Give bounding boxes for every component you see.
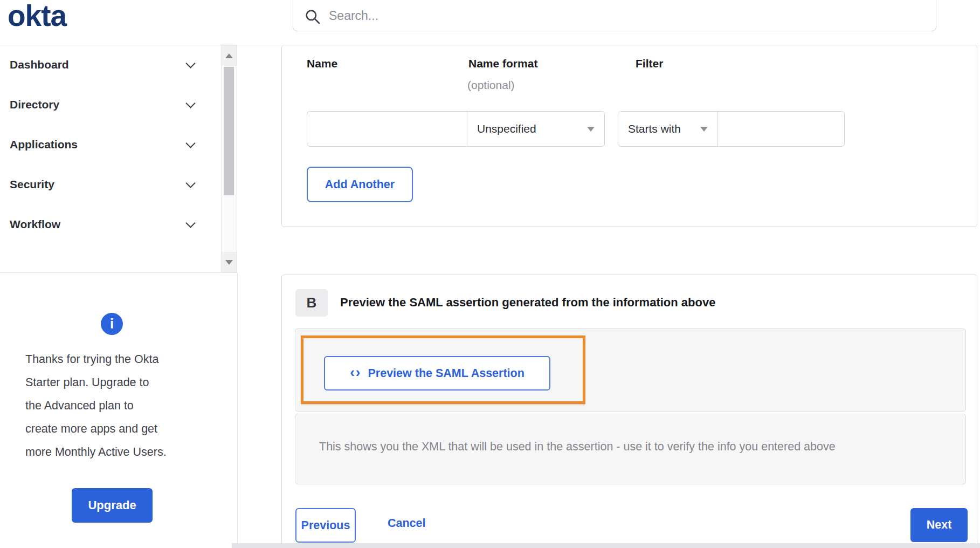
preview-area: ‹› Preview the SAML Assertion [295,328,966,412]
section-b-heading: Preview the SAML assertion generated fro… [340,296,715,310]
sidebar-scrollbar[interactable] [221,45,237,272]
preview-saml-label: Preview the SAML Assertion [368,367,524,380]
dropdown-caret-icon [587,127,595,132]
scrollbar-thumb[interactable] [224,67,234,195]
footer-strip [232,543,980,548]
global-search[interactable] [293,0,936,31]
sidebar-item-applications[interactable]: Applications [0,129,220,160]
search-input[interactable] [329,6,936,25]
attribute-form-panel: Name Name format (optional) Filter Unspe… [281,45,977,227]
scroll-up-icon [225,53,233,58]
okta-admin-window: okta Dashboard Directory Applications Se… [0,0,980,548]
sidebar: Dashboard Directory Applications Securit… [0,45,237,273]
section-b-panel: B Preview the SAML assertion generated f… [281,275,977,548]
name-format-select[interactable]: Unspecified [467,111,605,147]
assertion-note: This shows you the XML that will be used… [319,440,836,454]
assertion-note-panel: This shows you the XML that will be used… [295,414,966,484]
sidebar-item-dashboard[interactable]: Dashboard [0,50,220,80]
sidebar-item-directory[interactable]: Directory [0,90,220,120]
scroll-up-button[interactable] [222,45,237,66]
name-format-value: Unspecified [477,122,536,135]
chevron-down-icon [185,138,195,148]
name-label: Name [307,57,337,70]
next-button[interactable]: Next [910,508,968,542]
chevron-down-icon [185,178,195,188]
upgrade-button[interactable]: Upgrade [72,488,153,523]
sidebar-item-label: Security [10,178,54,191]
code-icon: ‹› [350,364,361,381]
promo-text: Thanks for trying the Okta Starter plan.… [25,348,211,464]
chevron-down-icon [185,218,195,228]
scroll-down-button[interactable] [222,252,237,272]
sidebar-item-label: Directory [10,98,59,111]
sidebar-divider [237,273,238,543]
dropdown-caret-icon [700,127,708,132]
section-b-badge: B [295,289,328,317]
filter-label: Filter [636,57,663,70]
optional-label: (optional) [467,79,515,92]
tutorial-highlight-box: ‹› Preview the SAML Assertion [301,335,585,404]
info-icon: i [101,313,123,335]
preview-saml-button[interactable]: ‹› Preview the SAML Assertion [324,356,550,391]
filter-op-value: Starts with [628,122,681,135]
sidebar-item-workflow[interactable]: Workflow [0,209,220,239]
scroll-down-icon [225,260,233,265]
sidebar-item-label: Workflow [10,218,60,231]
filter-op-select[interactable]: Starts with [618,111,718,147]
filter-value-input[interactable] [717,111,845,147]
name-format-label: Name format [468,57,537,70]
previous-button[interactable]: Previous [295,508,356,543]
sidebar-item-label: Dashboard [10,58,69,71]
chevron-down-icon [185,58,195,68]
okta-logo: okta [8,0,66,31]
name-input[interactable] [307,111,467,147]
cancel-link[interactable]: Cancel [388,517,426,530]
chevron-down-icon [185,98,195,108]
search-icon [304,8,321,25]
sidebar-item-label: Applications [10,138,78,151]
add-another-button[interactable]: Add Another [307,167,413,202]
sidebar-item-security[interactable]: Security [0,169,220,200]
